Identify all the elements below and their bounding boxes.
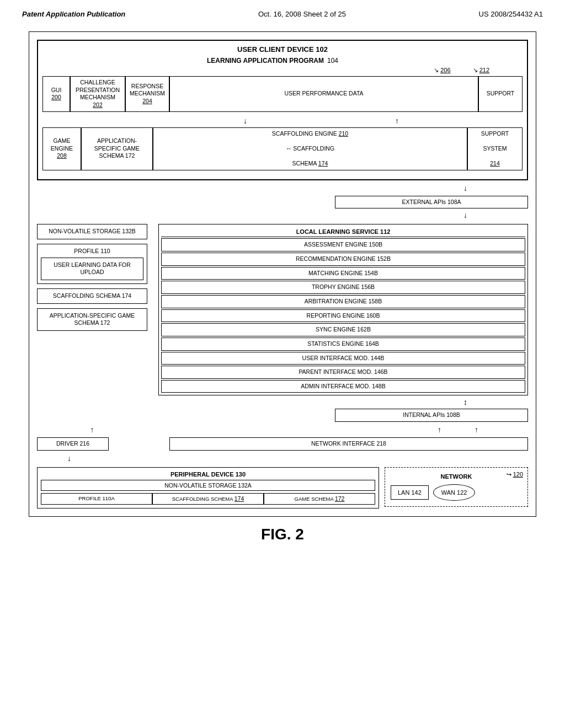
game-engine-box: GAME ENGINE 208 — [42, 127, 81, 170]
network-cloud-container: ↪ 120 NETWORK LAN 142 WAN 122 — [385, 467, 528, 507]
lls-item-arbitration: ARBITRATION ENGINE 158B — [161, 295, 525, 308]
page-header: Patent Application Publication Oct. 16, … — [22, 10, 543, 18]
lls-item-recommendation: RECOMMENDATION ENGINE 152B — [161, 253, 525, 266]
lap-label: LEARNING APPLICATION PROGRAM — [207, 57, 324, 65]
app-specific-schema-box: APPLICATION-SPECIFIC GAME SCHEMA 172 — [81, 127, 153, 170]
arrow-up-left: ↑ — [37, 425, 147, 434]
ucd-box: USER CLIENT DEVICE 102 LEARNING APPLICAT… — [37, 40, 528, 180]
driver-box: DRIVER 216 — [37, 437, 109, 451]
peripheral-box: PERIPHERAL DEVICE 130 NON-VOLATILE STORA… — [37, 467, 379, 509]
challenge-box: CHALLENGE PRESENTATION MECHANISM 202 — [70, 76, 125, 112]
patent-number-label: US 2008/254432 A1 — [479, 10, 543, 18]
lls-right-column: LOCAL LEARNING SERVICE 112 ASSESSMENT EN… — [158, 224, 528, 395]
scaffolding-engine-box: SCAFFOLDING ENGINE 210 ↔ SCAFFOLDING SCH… — [153, 127, 467, 170]
wan-cloud: WAN 122 — [433, 484, 476, 501]
lap-number: 104 — [327, 57, 338, 65]
lls-to-intapis-arrow: ↕ — [37, 398, 528, 406]
scaffolding-schema-left-box: SCAFFOLDING SCHEMA 174 — [37, 288, 147, 304]
driver-ni-row: DRIVER 216 NETWORK INTERFACE 218 — [37, 437, 528, 451]
lls-item-parent-interface: PARENT INTERFACE MOD. 146B — [161, 366, 525, 379]
publication-label: Patent Application Publication — [22, 10, 125, 18]
profile-box: PROFILE 110 USER LEARNING DATA FOR UPLOA… — [37, 244, 147, 284]
extapis-to-lls-arrow: ↓ — [37, 211, 528, 220]
lls-item-user-interface: USER INTERFACE MOD. 144B — [161, 352, 525, 365]
scaffolding-schema-a-box: SCAFFOLDING SCHEMA 174 — [152, 493, 264, 505]
network-number: ↪ 120 — [507, 471, 523, 478]
user-learning-box: USER LEARNING DATA FOR UPLOAD — [41, 258, 143, 280]
external-apis-row: EXTERNAL APIs 108A — [37, 196, 528, 209]
left-column: NON-VOLATILE STORAGE 132B PROFILE 110 US… — [37, 224, 147, 395]
internal-apis-box: INTERNAL APIs 108B — [335, 409, 528, 422]
support-system-box: SUPPORT SYSTEM 214 — [467, 127, 523, 170]
lls-item-reporting: REPORTING ENGINE 160B — [161, 309, 525, 323]
userperf-box: USER PERFORMANCE DATA — [169, 76, 478, 112]
driver-to-peripheral-arrow: ↓ — [37, 454, 528, 463]
nv-storage-a-box: NON-VOLATILE STORAGE 132A — [41, 480, 375, 491]
ucd-title: USER CLIENT DEVICE 102 — [42, 45, 523, 53]
nv-storage-b-box: NON-VOLATILE STORAGE 132B — [37, 224, 147, 239]
lls-item-statistics: STATISTICS ENGINE 164B — [161, 338, 525, 351]
external-apis-box: EXTERNAL APIs 108A — [335, 196, 528, 209]
lls-item-assessment: ASSESSMENT ENGINE 150B — [161, 238, 525, 251]
arrow-up-support: ↑ — [321, 116, 473, 125]
lls-item-matching: MATCHING ENGINE 154B — [161, 267, 525, 280]
component-row-top: GUI 200 CHALLENGE PRESENTATION MECHANISM… — [42, 76, 523, 112]
gui-box: GUI 200 — [42, 76, 70, 112]
lls-item-admin-interface: ADMIN INTERFACE MOD. 148B — [161, 380, 525, 393]
lls-item-trophy: TROPHY ENGINE 156B — [161, 281, 525, 294]
ref206: ↘ 206 — [434, 67, 450, 74]
arrow-down-userperf: ↓ — [169, 116, 321, 125]
profile-a-box: PROFILE 110A — [41, 493, 152, 505]
component-row-bottom: GAME ENGINE 208 APPLICATION-SPECIFIC GAM… — [42, 127, 523, 170]
app-specific-schema-left-box: APPLICATION-SPECIFIC GAME SCHEMA 172 — [37, 308, 147, 331]
ucd-label: USER CLIENT DEVICE 102 — [237, 45, 328, 53]
ucd-to-extapis-arrow: ↓ — [37, 184, 528, 192]
ref212: ↘ 212 — [473, 67, 489, 74]
fig-caption: FIG. 2 — [22, 526, 543, 543]
game-schema-a-box: GAME SCHEMA 172 — [264, 493, 375, 505]
response-box: RESPONSE MECHANISM 204 — [125, 76, 169, 112]
lan-box: LAN 142 — [391, 485, 429, 500]
arrow-up-internal: ↑ — [438, 425, 441, 434]
page: Patent Application Publication Oct. 16, … — [0, 0, 565, 728]
peripheral-title: PERIPHERAL DEVICE 130 — [41, 471, 375, 478]
network-interface-box: NETWORK INTERFACE 218 — [169, 437, 528, 451]
diagram-container: USER CLIENT DEVICE 102 LEARNING APPLICAT… — [29, 31, 536, 517]
lls-title: LOCAL LEARNING SERVICE 112 — [161, 227, 525, 237]
arrow-up-ni: ↑ — [475, 425, 478, 434]
internal-apis-row: INTERNAL APIs 108B — [37, 409, 528, 422]
date-sheet-label: Oct. 16, 2008 Sheet 2 of 25 — [258, 10, 346, 18]
network-label: NETWORK — [391, 473, 522, 480]
lls-container: NON-VOLATILE STORAGE 132B PROFILE 110 US… — [37, 224, 528, 395]
lls-item-sync: SYNC ENGINE 162B — [161, 323, 525, 336]
profile-schema-row: PROFILE 110A SCAFFOLDING SCHEMA 174 GAME… — [41, 493, 375, 505]
support-top-box: SUPPORT — [478, 76, 523, 112]
lan-wan-row: LAN 142 WAN 122 — [391, 484, 522, 501]
intapis-arrows-row: ↑ ↑ ↑ — [37, 425, 528, 434]
bottom-row: PERIPHERAL DEVICE 130 NON-VOLATILE STORA… — [37, 467, 528, 509]
lls-outer-box: LOCAL LEARNING SERVICE 112 ASSESSMENT EN… — [158, 224, 528, 395]
